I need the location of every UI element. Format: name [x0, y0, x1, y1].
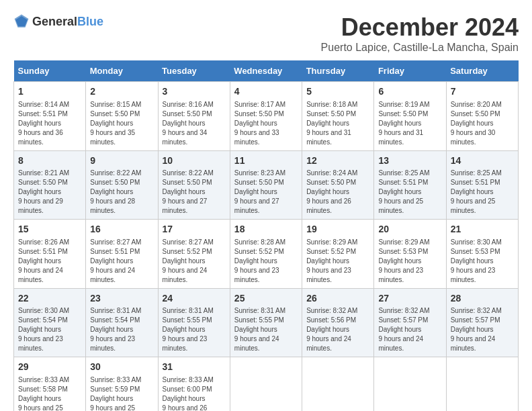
day-info: Sunrise: 8:32 AM Sunset: 5:57 PM Dayligh… — [451, 306, 514, 353]
day-number: 12 — [306, 154, 369, 168]
calendar-cell: 1 Sunrise: 8:14 AM Sunset: 5:51 PM Dayli… — [14, 82, 86, 151]
day-number: 22 — [18, 292, 81, 306]
calendar-cell: 8 Sunrise: 8:21 AM Sunset: 5:50 PM Dayli… — [14, 150, 86, 220]
calendar-cell: 26 Sunrise: 8:32 AM Sunset: 5:56 PM Dayl… — [302, 288, 374, 357]
day-number: 20 — [378, 223, 441, 236]
calendar-cell: 20 Sunrise: 8:29 AM Sunset: 5:53 PM Dayl… — [374, 220, 446, 289]
day-number: 14 — [451, 154, 514, 168]
day-number: 10 — [163, 154, 226, 168]
day-number: 15 — [18, 223, 81, 236]
calendar-cell: 29 Sunrise: 8:33 AM Sunset: 5:58 PM Dayl… — [14, 357, 86, 411]
day-info: Sunrise: 8:18 AM Sunset: 5:50 PM Dayligh… — [306, 100, 369, 147]
calendar-cell: 9 Sunrise: 8:22 AM Sunset: 5:50 PM Dayli… — [86, 150, 158, 220]
calendar-cell — [230, 357, 302, 411]
day-info: Sunrise: 8:25 AM Sunset: 5:51 PM Dayligh… — [378, 169, 441, 216]
calendar-cell: 2 Sunrise: 8:15 AM Sunset: 5:50 PM Dayli… — [86, 82, 158, 151]
day-number: 8 — [18, 154, 81, 168]
calendar-cell: 25 Sunrise: 8:31 AM Sunset: 5:55 PM Dayl… — [230, 288, 302, 357]
col-monday: Monday — [86, 60, 158, 82]
calendar-cell — [302, 357, 374, 411]
calendar-cell — [446, 357, 518, 411]
day-info: Sunrise: 8:32 AM Sunset: 5:57 PM Dayligh… — [378, 306, 441, 353]
day-info: Sunrise: 8:20 AM Sunset: 5:50 PM Dayligh… — [451, 100, 514, 147]
day-number: 25 — [234, 292, 298, 306]
week-row-4: 22 Sunrise: 8:30 AM Sunset: 5:54 PM Dayl… — [14, 288, 519, 357]
calendar-cell: 23 Sunrise: 8:31 AM Sunset: 5:54 PM Dayl… — [86, 288, 158, 357]
col-sunday: Sunday — [14, 60, 86, 82]
calendar-cell: 30 Sunrise: 8:33 AM Sunset: 5:59 PM Dayl… — [86, 357, 158, 411]
day-info: Sunrise: 8:22 AM Sunset: 5:50 PM Dayligh… — [90, 169, 153, 216]
calendar-cell: 15 Sunrise: 8:26 AM Sunset: 5:51 PM Dayl… — [14, 220, 86, 289]
day-info: Sunrise: 8:27 AM Sunset: 5:51 PM Dayligh… — [90, 238, 153, 285]
day-info: Sunrise: 8:21 AM Sunset: 5:50 PM Dayligh… — [18, 169, 81, 216]
calendar-cell: 4 Sunrise: 8:17 AM Sunset: 5:50 PM Dayli… — [230, 82, 302, 151]
header: GeneralBlue December 2024 Puerto Lapice,… — [13, 13, 519, 54]
day-number: 29 — [18, 361, 81, 374]
calendar-cell: 14 Sunrise: 8:25 AM Sunset: 5:51 PM Dayl… — [446, 150, 518, 220]
day-number: 26 — [306, 292, 369, 306]
day-number: 27 — [378, 292, 441, 306]
col-thursday: Thursday — [302, 60, 374, 82]
day-number: 4 — [234, 85, 298, 99]
calendar-cell: 31 Sunrise: 8:33 AM Sunset: 6:00 PM Dayl… — [158, 357, 230, 411]
calendar-cell: 27 Sunrise: 8:32 AM Sunset: 5:57 PM Dayl… — [374, 288, 446, 357]
calendar-cell: 18 Sunrise: 8:28 AM Sunset: 5:52 PM Dayl… — [230, 220, 302, 289]
day-info: Sunrise: 8:31 AM Sunset: 5:55 PM Dayligh… — [163, 306, 226, 353]
day-number: 2 — [90, 85, 153, 99]
calendar-cell: 7 Sunrise: 8:20 AM Sunset: 5:50 PM Dayli… — [446, 82, 518, 151]
calendar-cell: 5 Sunrise: 8:18 AM Sunset: 5:50 PM Dayli… — [302, 82, 374, 151]
day-info: Sunrise: 8:19 AM Sunset: 5:50 PM Dayligh… — [378, 100, 441, 147]
calendar-cell: 11 Sunrise: 8:23 AM Sunset: 5:50 PM Dayl… — [230, 150, 302, 220]
day-number: 23 — [90, 292, 153, 306]
day-number: 13 — [378, 154, 441, 168]
day-number: 5 — [306, 85, 369, 99]
day-info: Sunrise: 8:32 AM Sunset: 5:56 PM Dayligh… — [306, 306, 369, 353]
logo-blue: Blue — [77, 15, 103, 28]
calendar-cell — [374, 357, 446, 411]
day-number: 7 — [451, 85, 514, 99]
logo: GeneralBlue — [13, 13, 103, 30]
calendar-cell: 3 Sunrise: 8:16 AM Sunset: 5:50 PM Dayli… — [158, 82, 230, 151]
calendar-cell: 10 Sunrise: 8:22 AM Sunset: 5:50 PM Dayl… — [158, 150, 230, 220]
day-info: Sunrise: 8:27 AM Sunset: 5:52 PM Dayligh… — [163, 238, 226, 285]
day-number: 24 — [163, 292, 226, 306]
day-info: Sunrise: 8:29 AM Sunset: 5:53 PM Dayligh… — [378, 238, 441, 285]
day-info: Sunrise: 8:25 AM Sunset: 5:51 PM Dayligh… — [451, 169, 514, 216]
day-info: Sunrise: 8:33 AM Sunset: 5:58 PM Dayligh… — [18, 375, 81, 411]
calendar-table: Sunday Monday Tuesday Wednesday Thursday… — [13, 60, 519, 411]
day-number: 18 — [234, 223, 298, 236]
day-number: 16 — [90, 223, 153, 236]
calendar-cell: 28 Sunrise: 8:32 AM Sunset: 5:57 PM Dayl… — [446, 288, 518, 357]
day-info: Sunrise: 8:23 AM Sunset: 5:50 PM Dayligh… — [234, 169, 298, 216]
title-area: December 2024 Puerto Lapice, Castille-La… — [321, 13, 519, 54]
calendar-cell: 24 Sunrise: 8:31 AM Sunset: 5:55 PM Dayl… — [158, 288, 230, 357]
calendar-cell: 22 Sunrise: 8:30 AM Sunset: 5:54 PM Dayl… — [14, 288, 86, 357]
day-info: Sunrise: 8:30 AM Sunset: 5:53 PM Dayligh… — [451, 238, 514, 285]
calendar-cell: 12 Sunrise: 8:24 AM Sunset: 5:50 PM Dayl… — [302, 150, 374, 220]
day-number: 17 — [163, 223, 226, 236]
calendar-cell: 17 Sunrise: 8:27 AM Sunset: 5:52 PM Dayl… — [158, 220, 230, 289]
day-number: 9 — [90, 154, 153, 168]
day-info: Sunrise: 8:29 AM Sunset: 5:52 PM Dayligh… — [306, 238, 369, 285]
logo-icon — [13, 13, 30, 30]
logo-general: General — [32, 15, 77, 28]
day-number: 28 — [451, 292, 514, 306]
week-row-3: 15 Sunrise: 8:26 AM Sunset: 5:51 PM Dayl… — [14, 220, 519, 289]
day-info: Sunrise: 8:15 AM Sunset: 5:50 PM Dayligh… — [90, 100, 153, 147]
day-number: 3 — [163, 85, 226, 99]
col-friday: Friday — [374, 60, 446, 82]
day-number: 21 — [451, 223, 514, 236]
col-tuesday: Tuesday — [158, 60, 230, 82]
day-info: Sunrise: 8:31 AM Sunset: 5:54 PM Dayligh… — [90, 306, 153, 353]
day-info: Sunrise: 8:33 AM Sunset: 5:59 PM Dayligh… — [90, 375, 153, 411]
calendar-cell: 19 Sunrise: 8:29 AM Sunset: 5:52 PM Dayl… — [302, 220, 374, 289]
day-number: 1 — [18, 85, 81, 99]
day-info: Sunrise: 8:30 AM Sunset: 5:54 PM Dayligh… — [18, 306, 81, 353]
calendar-cell: 21 Sunrise: 8:30 AM Sunset: 5:53 PM Dayl… — [446, 220, 518, 289]
day-info: Sunrise: 8:14 AM Sunset: 5:51 PM Dayligh… — [18, 100, 81, 147]
day-number: 19 — [306, 223, 369, 236]
day-info: Sunrise: 8:24 AM Sunset: 5:50 PM Dayligh… — [306, 169, 369, 216]
day-info: Sunrise: 8:26 AM Sunset: 5:51 PM Dayligh… — [18, 238, 81, 285]
subtitle: Puerto Lapice, Castille-La Mancha, Spain — [321, 42, 519, 54]
week-row-5: 29 Sunrise: 8:33 AM Sunset: 5:58 PM Dayl… — [14, 357, 519, 411]
